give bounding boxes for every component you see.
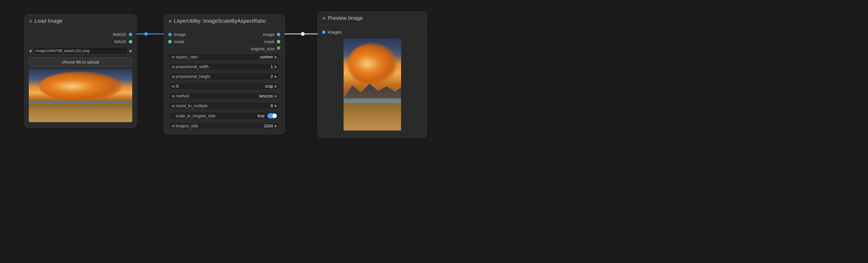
param-next-longest-side[interactable]: ▶ [275, 124, 277, 128]
param-control-longest-side[interactable]: ◀ longest_side 1024 ▶ [168, 122, 280, 130]
param-prev-aspect-ratio[interactable]: ◀ [172, 55, 174, 59]
param-prev-method[interactable]: ◀ [172, 94, 174, 98]
param-value-fit: crop [265, 84, 273, 89]
beach-image-tall [344, 38, 401, 131]
port-row-image: image image [164, 31, 284, 38]
param-name-prop-height: proportional_height [176, 74, 271, 79]
file-selector-row: ◀ image1344x768_beach (21).png ▶ [25, 45, 136, 56]
load-image-node: Load Image IMAGE MASK ◀ image1344x768_be… [25, 14, 136, 128]
param-control-round-multiple[interactable]: ◀ round_to_multiple 8 ▶ [168, 102, 280, 109]
beach-image-thumbnail [29, 69, 132, 122]
preview-image-body: images [318, 25, 427, 137]
param-method: ◀ method lanczos ▶ [164, 91, 284, 101]
preview-image-content [318, 36, 427, 134]
image-input-dot[interactable] [168, 33, 172, 36]
param-name-scale-longest: scale_to_longest_side [176, 113, 258, 118]
preview-image-node: Preview Image images [318, 11, 427, 138]
load-image-preview [29, 69, 132, 122]
upload-button[interactable]: choose file to upload [29, 58, 132, 67]
mask-input-dot[interactable] [168, 40, 172, 43]
file-next-arrow[interactable]: ▶ [130, 49, 132, 53]
mask-output-port-lu: mask [264, 39, 280, 44]
param-value-prop-height: 2 [271, 74, 273, 79]
image-output-dot-lu[interactable] [277, 33, 280, 36]
layer-utility-status-dot [169, 20, 172, 23]
svg-point-1 [144, 32, 148, 36]
param-control-aspect-ratio[interactable]: ◀ aspect_ratio custom ▶ [168, 53, 280, 61]
layer-utility-title: LayerUtility: ImageScaleByAspectRatio [174, 18, 266, 24]
param-name-longest-side: longest_side [176, 124, 264, 128]
tall-clouds [348, 43, 397, 85]
param-scale-longest-side: ◀ scale_to_longest_side true [164, 111, 284, 121]
mask-output-dot-lu[interactable] [277, 40, 280, 43]
param-prev-round-multiple[interactable]: ◀ [172, 104, 174, 108]
param-value-longest-side: 1024 [264, 124, 273, 128]
image-output-port: IMAGE [25, 31, 136, 38]
param-proportional-height: ◀ proportional_height 2 ▶ [164, 72, 284, 81]
scale-longest-toggle[interactable] [268, 113, 277, 119]
param-next-round-multiple[interactable]: ▶ [275, 104, 277, 108]
canvas: Load Image IMAGE MASK ◀ image1344x768_be… [0, 0, 868, 263]
param-longest-side: ◀ longest_side 1024 ▶ [164, 121, 284, 131]
param-control-scale-longest[interactable]: ◀ scale_to_longest_side true [168, 112, 280, 120]
param-prev-prop-width[interactable]: ◀ [172, 65, 174, 69]
param-round-to-multiple: ◀ round_to_multiple 8 ▶ [164, 101, 284, 111]
param-control-method[interactable]: ◀ method lanczos ▶ [168, 92, 280, 100]
tall-sand [344, 103, 401, 131]
image-output-port-lu: image [263, 32, 280, 37]
param-next-method[interactable]: ▶ [275, 94, 277, 98]
param-value-aspect-ratio: custom [260, 55, 273, 59]
preview-image-header: Preview Image [318, 12, 427, 25]
load-image-body: IMAGE MASK ◀ image1344x768_beach (21).pn… [25, 28, 136, 127]
image-input-label: image [174, 32, 186, 37]
sand-decoration [29, 103, 132, 122]
param-control-proportional-width[interactable]: ◀ proportional_width 1 ▶ [168, 63, 280, 70]
image-input-port: image [168, 32, 186, 37]
param-prev-prop-height[interactable]: ◀ [172, 74, 174, 78]
original-size-dot[interactable] [277, 46, 280, 50]
images-input-label: images [328, 30, 342, 34]
file-prev-arrow[interactable]: ◀ [29, 49, 31, 53]
param-fit: ◀ fit crop ▶ [164, 81, 284, 91]
param-prev-fit[interactable]: ◀ [172, 84, 174, 88]
file-selector-name: image1344x768_beach (21).png [36, 48, 89, 53]
mask-output-label-lu: mask [264, 39, 275, 44]
port-row-original-size: original_size [164, 45, 284, 52]
param-value-prop-width: 1 [271, 64, 273, 69]
image-output-label-lu: image [263, 32, 275, 37]
param-next-aspect-ratio[interactable]: ▶ [275, 55, 277, 59]
svg-point-3 [301, 32, 305, 36]
param-name-aspect-ratio: aspect_ratio [176, 55, 260, 59]
preview-image-title: Preview Image [328, 15, 363, 21]
image-output-dot[interactable] [129, 33, 132, 36]
image-output-label: IMAGE [113, 32, 126, 37]
original-size-label: original_size [251, 46, 275, 51]
param-next-fit[interactable]: ▶ [275, 84, 277, 88]
load-image-title: Load Image [34, 18, 62, 24]
param-value-scale-longest: true [258, 113, 265, 118]
mask-input-port: mask [168, 39, 184, 44]
param-next-prop-height[interactable]: ▶ [275, 74, 277, 78]
mask-output-port: MASK [25, 38, 136, 45]
param-aspect-ratio: ◀ aspect_ratio custom ▶ [164, 52, 284, 62]
preview-image-status-dot [322, 17, 326, 20]
param-next-prop-width[interactable]: ▶ [275, 65, 277, 69]
preview-image-container [344, 38, 401, 131]
param-value-method: lanczos [259, 94, 273, 98]
param-name-round-multiple: round_to_multiple [176, 103, 271, 108]
param-value-round-multiple: 8 [271, 103, 273, 108]
cloud-decoration [39, 72, 122, 101]
param-name-method: method [176, 94, 259, 98]
param-control-proportional-height[interactable]: ◀ proportional_height 2 ▶ [168, 73, 280, 80]
param-name-fit: fit [176, 84, 265, 89]
param-control-fit[interactable]: ◀ fit crop ▶ [168, 83, 280, 90]
param-prev-longest-side[interactable]: ◀ [172, 124, 174, 128]
port-row-mask: mask mask [164, 38, 284, 45]
mask-input-label: mask [174, 39, 184, 44]
mask-output-label: MASK [114, 39, 126, 44]
mask-output-dot[interactable] [129, 40, 132, 43]
file-selector[interactable]: image1344x768_beach (21).png [33, 47, 128, 55]
layer-utility-node: LayerUtility: ImageScaleByAspectRatio im… [164, 14, 285, 134]
images-input-dot[interactable] [322, 30, 326, 34]
load-image-header: Load Image [25, 15, 136, 28]
